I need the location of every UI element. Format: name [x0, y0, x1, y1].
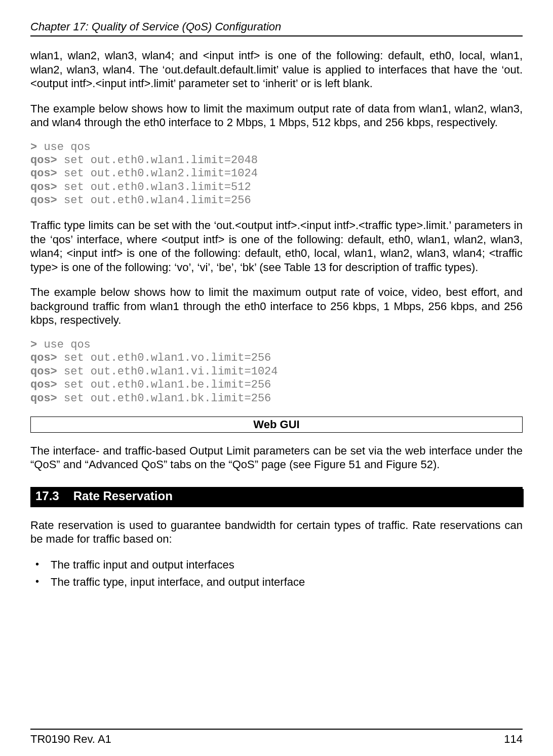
cli-command: set out.eth0.wlan1.vi.limit=1024: [57, 365, 278, 378]
bullet-list: The traffic input and output interfaces …: [30, 557, 523, 589]
body-paragraph: The example below shows how to limit the…: [30, 102, 523, 130]
body-paragraph: wlan1, wlan2, wlan3, wlan4; and <input i…: [30, 49, 523, 91]
code-example-2: > use qos qos> set out.eth0.wlan1.vo.lim…: [30, 338, 523, 405]
cli-command: set out.eth0.wlan1.vo.limit=256: [57, 352, 271, 364]
header-rule: [30, 35, 523, 36]
list-item: The traffic type, input interface, and o…: [30, 575, 523, 590]
cli-command: set out.eth0.wlan3.limit=512: [57, 181, 251, 194]
section-number: 17.3: [35, 489, 59, 503]
chapter-header: Chapter 17: Quality of Service (QoS) Con…: [30, 20, 523, 33]
cli-prompt: qos>: [30, 352, 57, 364]
footer-left: TR0190 Rev. A1: [30, 733, 111, 746]
list-item: The traffic input and output interfaces: [30, 557, 523, 573]
cli-prompt: qos>: [30, 379, 57, 391]
cli-command: set out.eth0.wlan1.bk.limit=256: [57, 392, 271, 405]
cli-prompt: qos>: [30, 392, 57, 405]
cli-prompt: >: [30, 338, 37, 351]
cli-prompt: >: [30, 141, 37, 154]
body-paragraph: Traffic type limits can be set with the …: [30, 218, 523, 274]
cli-command: use qos: [37, 338, 91, 351]
code-example-1: > use qos qos> set out.eth0.wlan1.limit=…: [30, 141, 523, 208]
body-paragraph: The example below shows how to limit the…: [30, 285, 523, 327]
cli-command: set out.eth0.wlan2.limit=1024: [57, 167, 258, 180]
web-gui-heading: Web GUI: [30, 417, 523, 433]
section-heading: 17.3Rate Reservation: [30, 487, 523, 507]
cli-prompt: qos>: [30, 181, 57, 194]
cli-command: set out.eth0.wlan4.limit=256: [57, 194, 251, 207]
cli-command: set out.eth0.wlan1.limit=2048: [57, 154, 258, 167]
cli-prompt: qos>: [30, 167, 57, 180]
body-paragraph: Rate reservation is used to guarantee ba…: [30, 518, 523, 546]
cli-prompt: qos>: [30, 365, 57, 378]
cli-command: use qos: [37, 141, 91, 154]
body-paragraph: The interface- and traffic-based Output …: [30, 444, 523, 472]
page-footer: TR0190 Rev. A1 114: [30, 729, 523, 746]
cli-prompt: qos>: [30, 154, 57, 167]
cli-prompt: qos>: [30, 194, 57, 207]
cli-command: set out.eth0.wlan1.be.limit=256: [57, 379, 271, 391]
footer-page-number: 114: [504, 733, 523, 746]
section-title: Rate Reservation: [73, 489, 173, 503]
